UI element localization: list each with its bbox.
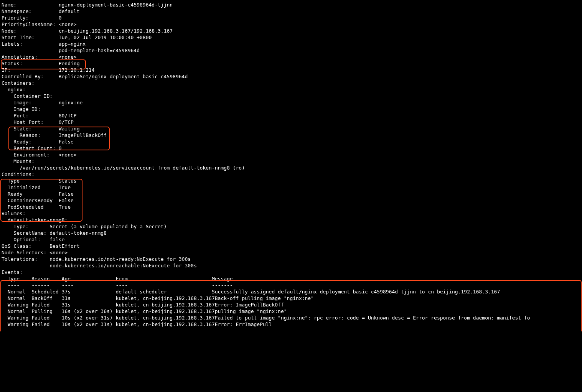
field-status: Status: Pending [2,60,580,67]
container-ready: Ready: False [2,138,580,145]
tolerations: Tolerations: node.kubernetes.io/not-read… [2,256,580,262]
node-selectors: Node-Selectors: <none> [2,249,580,256]
volume-optional: Optional: false [2,236,580,243]
volume-name: default-token-nnmg8: [2,217,580,223]
terminal-output: Name: nginx-deployment-basic-c4598964d-t… [0,0,582,331]
container-state-reason: Reason: ImagePullBackOff [2,132,580,138]
event-row: Normal Scheduled 37s default-scheduler S… [2,288,580,295]
events-dashes: ---- ------ ---- ---- ------- [2,282,580,288]
conditions-header: Conditions: [2,171,580,178]
container-port: Port: 80/TCP [2,112,580,119]
field-node: Node: cn-beijing.192.168.3.167/192.168.3… [2,28,580,34]
event-row: Warning Failed 10s (x2 over 31s) kubelet… [2,315,580,321]
conditions-row: ContainersReady False [2,197,580,204]
container-mounts: Mounts: [2,158,580,165]
field-ip: IP: 172.20.1.214 [2,67,580,73]
volume-type: Type: Secret (a volume populated by a Se… [2,223,580,230]
container-environment: Environment: <none> [2,152,580,158]
volume-secretname: SecretName: default-token-nnmg8 [2,230,580,236]
field-labels-cont: pod-template-hash=c4598964d [2,47,580,54]
container-host-port: Host Port: 0/TCP [2,119,580,125]
field-start-time: Start Time: Tue, 02 Jul 2019 10:00:40 +0… [2,34,580,41]
qos-class: QoS Class: BestEffort [2,243,580,249]
events-cols: Type Reason Age From Message [2,275,580,282]
conditions-cols: Type Status [2,178,580,184]
conditions-row: PodScheduled True [2,204,580,210]
container-state: State: Waiting [2,125,580,132]
volumes-header: Volumes: [2,210,580,217]
container-id: Container ID: [2,93,580,99]
container-mount-line: /var/run/secrets/kubernetes.io/serviceac… [2,165,580,171]
container-restart-count: Restart Count: 0 [2,145,580,152]
field-priorityclassname: PriorityClassName: <none> [2,21,580,28]
field-priority: Priority: 0 [2,15,580,21]
field-name: Name: nginx-deployment-basic-c4598964d-t… [2,2,580,8]
event-row: Warning Failed 10s (x2 over 31s) kubelet… [2,321,580,328]
conditions-row: Ready False [2,191,580,197]
container-image: Image: nginx:ne [2,99,580,106]
event-row: Normal BackOff 31s kubelet, cn-beijing.1… [2,295,580,301]
containers-header: Containers: [2,80,580,86]
field-controlled-by: Controlled By: ReplicaSet/nginx-deployme… [2,73,580,80]
container-name: nginx: [2,86,580,93]
conditions-row: Initialized True [2,184,580,191]
field-annotations: Annotations: <none> [2,54,580,60]
event-row: Normal Pulling 16s (x2 over 36s) kubelet… [2,308,580,315]
tolerations-cont: node.kubernetes.io/unreachable:NoExecute… [2,262,580,269]
event-row: Warning Failed 31s kubelet, cn-beijing.1… [2,301,580,308]
field-namespace: Namespace: default [2,8,580,15]
container-image-id: Image ID: [2,106,580,112]
field-labels: Labels: app=nginx [2,41,580,47]
events-header: Events: [2,269,580,275]
